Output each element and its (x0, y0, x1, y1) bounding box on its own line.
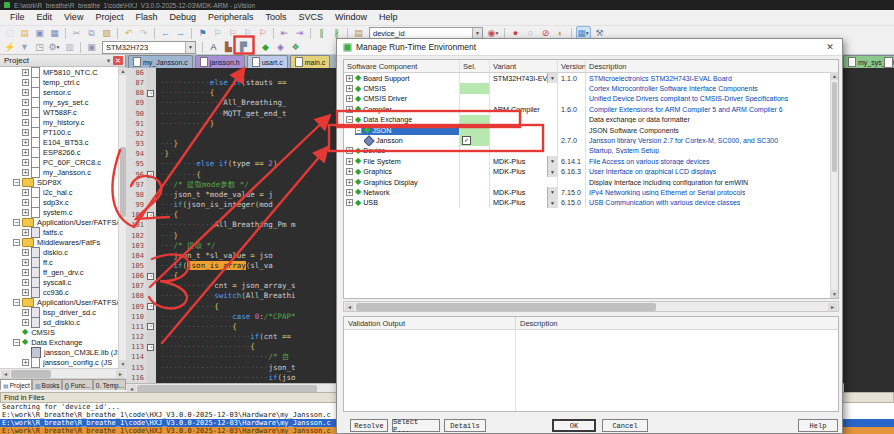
pack-installer-icon[interactable]: ◈ (274, 41, 287, 53)
panel-tab-functions[interactable]: () Func... (62, 379, 93, 390)
variant-dropdown-icon[interactable]: ▼ (547, 156, 557, 166)
expand-icon[interactable]: + (22, 149, 29, 156)
select-p--button[interactable]: Select P... (392, 419, 440, 432)
component-row-graphics[interactable]: +◆GraphicsMDK-Plus▼6.16.3User Interface … (344, 167, 838, 177)
ok-button[interactable]: OK (552, 419, 596, 432)
scrollbar-thumb[interactable] (356, 303, 656, 311)
help-button[interactable]: Help (798, 419, 838, 432)
menu-view[interactable]: View (58, 10, 89, 25)
expand-icon[interactable]: + (346, 179, 353, 186)
description-link[interactable]: Startup, System Setup (586, 147, 659, 154)
description-link[interactable]: IPv4 Networking using Ethernet or Serial… (586, 189, 745, 196)
tree-item[interactable]: +system.c (0, 207, 126, 217)
tree-item[interactable]: +temp_ctrl.c (0, 77, 126, 87)
flash-erase-icon[interactable]: ▼ (18, 41, 31, 53)
scroll-down-icon[interactable]: ▼ (831, 290, 838, 298)
sel-cell[interactable] (460, 156, 490, 166)
bookmark-prev-icon[interactable]: ⚐ (226, 27, 239, 39)
scroll-up-icon[interactable]: ▲ (119, 67, 126, 75)
tree-item[interactable]: −Middlewares/FatFs (0, 237, 126, 247)
tree-item[interactable]: +ff.c (0, 257, 126, 267)
menu-project[interactable]: Project (89, 10, 129, 25)
copy-icon[interactable]: ⧉ (85, 27, 98, 39)
tree-item[interactable]: +MF5810_NTC.C (0, 67, 126, 77)
sel-cell[interactable] (460, 167, 490, 177)
panel-tab-templates[interactable]: 0. Temp... (93, 379, 126, 390)
navigate-forward-icon[interactable]: → (174, 27, 187, 39)
description-link[interactable]: Jansson library Version 2.7 for Cortex-M… (586, 137, 778, 144)
sel-cell[interactable]: ✓ (460, 135, 490, 145)
expand-icon[interactable]: + (346, 85, 353, 92)
bookmark-flag-icon[interactable]: ⚑ (196, 27, 209, 39)
expand-icon[interactable]: + (22, 79, 29, 86)
start-debug-session-icon[interactable]: ◳ (33, 41, 46, 53)
expand-icon[interactable]: + (346, 168, 353, 175)
variant-dropdown-icon[interactable]: ▼ (547, 73, 557, 83)
sel-cell[interactable] (460, 115, 490, 125)
indent-right-icon[interactable]: ⇥ (293, 27, 306, 39)
target-select-combo[interactable]: STM32H723▼ (102, 41, 196, 54)
scroll-down-icon[interactable]: ▼ (119, 360, 126, 368)
manage-project-items-icon[interactable]: ❖ (289, 41, 302, 53)
menu-peripherals[interactable]: Peripherals (202, 10, 260, 25)
expand-icon[interactable]: + (346, 158, 353, 165)
expand-icon[interactable]: + (22, 119, 29, 126)
tree-item[interactable]: +PT100.c (0, 127, 126, 137)
editor-tab-main-c[interactable]: main.c (290, 55, 331, 68)
paste-icon[interactable]: ▨ (100, 27, 113, 39)
fold-collapse-icon[interactable] (147, 90, 154, 97)
collapse-icon[interactable]: − (13, 299, 20, 306)
tree-item[interactable]: +sensor.c (0, 87, 126, 97)
menu-svcs[interactable]: SVCS (293, 10, 330, 25)
collapse-icon[interactable]: − (13, 219, 20, 226)
manage-rte-icon[interactable]: ◆ (259, 41, 272, 53)
menu-tools[interactable]: Tools (259, 10, 292, 25)
fold-collapse-icon[interactable] (147, 303, 154, 310)
expand-icon[interactable]: + (22, 249, 29, 256)
chevron-down-icon[interactable]: ▼ (185, 42, 195, 53)
new-document-icon[interactable] (884, 57, 893, 68)
checkbox-checked-icon[interactable]: ✓ (462, 136, 471, 145)
menu-window[interactable]: Window (329, 10, 373, 25)
component-row-usb[interactable]: +◆USBMDK-Plus▼6.15.0USB Communication wi… (344, 198, 838, 208)
menu-help[interactable]: Help (373, 10, 404, 25)
variant-dropdown-icon[interactable]: ▼ (547, 187, 557, 197)
component-row-json[interactable]: −◆JSONJSON Software Components (344, 125, 838, 135)
scroll-right-icon[interactable]: ► (116, 370, 125, 378)
flash-download-icon[interactable]: ⚡ (3, 41, 16, 53)
component-row-cmsis-driver[interactable]: +◆CMSIS DriverUnified Device Drivers com… (344, 94, 838, 104)
description-link[interactable]: Cortex Microcontroller Software Interfac… (586, 85, 758, 92)
variant-dropdown-icon[interactable]: ▼ (547, 167, 557, 177)
tree-item[interactable]: +jansson_config.c (JS (0, 357, 126, 367)
tree-item[interactable]: +cc936.c (0, 287, 126, 297)
tree-item[interactable]: −Application/User/FATFS/ (0, 217, 126, 227)
fold-collapse-icon[interactable] (147, 212, 154, 219)
expand-icon[interactable]: + (346, 147, 353, 154)
close-icon[interactable]: ✕ (824, 42, 836, 52)
expand-icon[interactable]: + (22, 69, 29, 76)
tree-item[interactable]: +diskio.c (0, 247, 126, 257)
pin-icon[interactable]: ▾ (104, 56, 113, 65)
expand-icon[interactable]: + (22, 289, 29, 296)
collapse-icon[interactable]: − (13, 239, 20, 246)
expand-icon[interactable]: + (22, 309, 29, 316)
open-file-icon[interactable]: ▤ (18, 27, 31, 39)
fold-collapse-icon[interactable] (147, 273, 154, 280)
component-row-cmsis[interactable]: +◆CMSISCortex Microcontroller Software I… (344, 83, 838, 93)
tree-item[interactable]: +sdp3x.c (0, 197, 126, 207)
tree-item[interactable]: +ESP8266.c (0, 147, 126, 157)
menu-debug[interactable]: Debug (163, 10, 202, 25)
description-link[interactable]: User Interface on graphical LCD displays (586, 168, 716, 175)
expand-icon[interactable]: + (22, 169, 29, 176)
sel-cell[interactable] (460, 73, 490, 83)
tree-item[interactable]: +syscall.c (0, 277, 126, 287)
expand-icon[interactable]: + (22, 279, 29, 286)
expand-icon[interactable]: + (22, 319, 29, 326)
expand-icon[interactable]: + (22, 269, 29, 276)
expand-icon[interactable]: + (22, 89, 29, 96)
close-panel-icon[interactable]: ✕ (113, 56, 123, 65)
component-row-compiler[interactable]: +◆CompilerARM Compiler1.6.0Compiler Exte… (344, 104, 838, 114)
tree-item[interactable]: ◆CMSIS (0, 327, 126, 337)
tree-item[interactable]: −SDP8X (0, 177, 126, 187)
tree-item[interactable]: +bsp_driver_sd.c (0, 307, 126, 317)
